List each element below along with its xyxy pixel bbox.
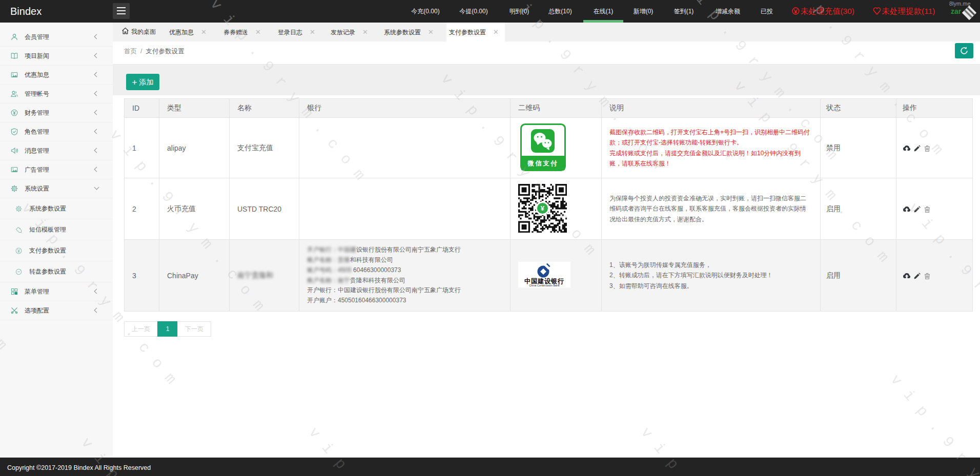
svg-text:微信支付: 微信支付 <box>527 160 559 167</box>
svg-text:¥: ¥ <box>541 204 545 212</box>
svg-text:China Construction Bank: China Construction Bank <box>529 284 560 287</box>
